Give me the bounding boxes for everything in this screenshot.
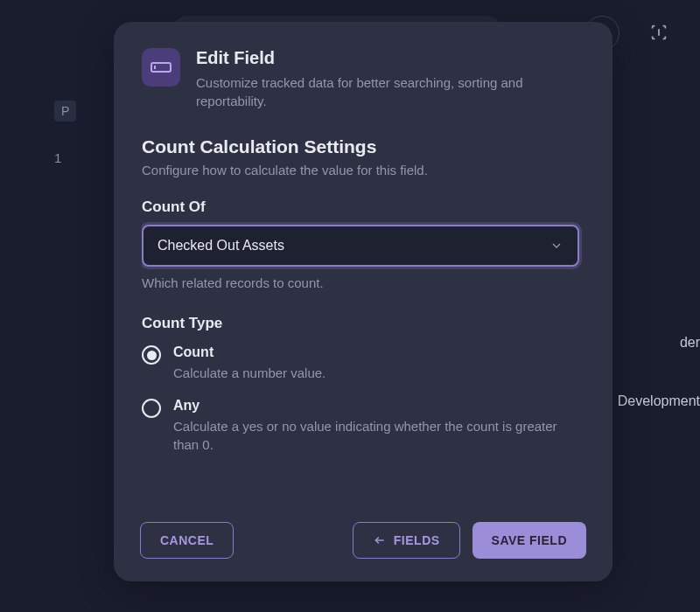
modal-header: Edit Field Customize tracked data for be…: [142, 48, 579, 110]
radio-option-any[interactable]: Any Calculate a yes or no value indicati…: [142, 398, 579, 454]
bg-label-1: 1: [54, 150, 61, 165]
bg-badge-p: P: [54, 101, 76, 122]
radio-circle-count: [142, 345, 161, 365]
radio-label-any: Any: [173, 398, 579, 414]
count-of-help: Which related records to count.: [142, 275, 579, 290]
arrow-left-icon: [373, 534, 387, 546]
section-subtitle: Configure how to calculate the value for…: [142, 163, 579, 177]
count-of-dropdown[interactable]: Checked Out Assets: [142, 225, 579, 267]
radio-label-count: Count: [173, 344, 326, 360]
count-type-radio-group: Count Calculate a number value. Any Calc…: [142, 344, 579, 454]
cancel-button[interactable]: CANCEL: [140, 522, 234, 559]
radio-circle-any: [142, 399, 161, 418]
field-icon-box: [142, 48, 180, 87]
radio-desc-count: Calculate a number value.: [173, 364, 326, 382]
bg-text-development: Development: [618, 393, 700, 409]
save-field-button[interactable]: SAVE FIELD: [472, 522, 586, 559]
modal-footer: CANCEL FIELDS SAVE FIELD: [114, 504, 612, 581]
fields-button-label: FIELDS: [394, 533, 440, 547]
count-of-label: Count Of: [142, 198, 579, 216]
scan-icon[interactable]: [649, 23, 668, 42]
radio-option-count[interactable]: Count Calculate a number value.: [142, 344, 579, 382]
modal-title: Edit Field: [196, 48, 579, 68]
edit-field-modal: Edit Field Customize tracked data for be…: [114, 22, 612, 581]
modal-subtitle: Customize tracked data for better search…: [196, 73, 579, 110]
count-of-value: Checked Out Assets: [158, 238, 284, 254]
modal-body: Edit Field Customize tracked data for be…: [114, 22, 612, 504]
count-type-label: Count Type: [142, 315, 579, 332]
radio-desc-any: Calculate a yes or no value indicating w…: [173, 417, 579, 454]
section-title: Count Calculation Settings: [142, 136, 579, 157]
bg-text-der: der: [680, 335, 700, 351]
field-icon: [150, 59, 172, 75]
fields-button[interactable]: FIELDS: [353, 522, 460, 559]
chevron-down-icon: [550, 239, 564, 253]
